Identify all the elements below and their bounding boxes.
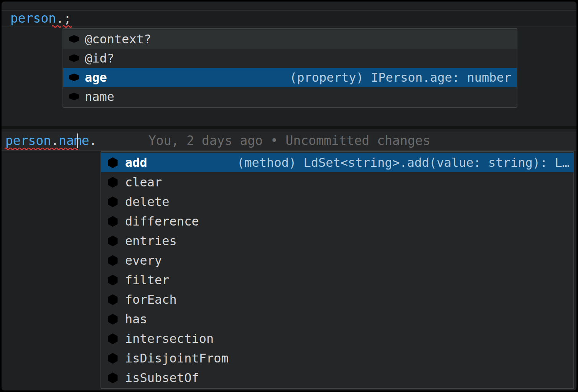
- suggest-item-label: every: [125, 253, 162, 268]
- code-token: person: [10, 11, 56, 26]
- suggest-item-difference[interactable]: difference: [101, 211, 573, 231]
- current-line-highlight-1: [2, 9, 576, 25]
- method-icon: [106, 156, 120, 170]
- code-token: .: [51, 133, 59, 148]
- suggest-item-name[interactable]: name: [63, 87, 517, 106]
- method-icon: [106, 195, 120, 209]
- current-line-border: [2, 10, 576, 11]
- suggest-item-context[interactable]: @context?: [63, 30, 517, 49]
- current-line-border: [2, 132, 576, 132]
- suggest-item-delete[interactable]: delete: [101, 192, 573, 211]
- section-divider: [2, 126, 576, 129]
- suggest-item-label: has: [125, 312, 147, 326]
- suggest-item-age-selected[interactable]: age (property) IPerson.age: number: [63, 68, 517, 87]
- suggest-item-label: add: [125, 155, 147, 170]
- suggest-item-label: intersection: [125, 331, 214, 346]
- suggest-item-foreach[interactable]: forEach: [101, 290, 573, 309]
- method-icon: [106, 312, 120, 326]
- suggest-item-detail: (method) LdSet<string>.add(value: string…: [237, 155, 570, 170]
- suggest-item-label: isDisjointFrom: [125, 351, 229, 366]
- method-icon: [106, 293, 120, 306]
- text-cursor: [77, 133, 78, 148]
- code-token: .: [89, 133, 97, 148]
- method-icon: [106, 254, 120, 267]
- field-icon: [67, 71, 81, 84]
- method-icon: [106, 234, 120, 248]
- code-token: ;: [64, 11, 71, 26]
- suggest-item-isdisjointfrom[interactable]: isDisjointFrom: [101, 348, 573, 368]
- method-icon: [106, 332, 120, 346]
- method-icon: [106, 175, 120, 189]
- current-line-border: [2, 26, 576, 26]
- code-token: person: [5, 133, 51, 148]
- code-token: name: [59, 133, 89, 148]
- suggest-item-intersection[interactable]: intersection: [101, 329, 573, 348]
- suggest-item-label: @context?: [85, 32, 151, 46]
- suggest-item-label: forEach: [125, 292, 177, 307]
- code-token: .: [56, 11, 64, 26]
- method-icon: [106, 214, 120, 228]
- suggest-item-has[interactable]: has: [101, 309, 573, 329]
- error-squiggle: [63, 25, 72, 28]
- suggest-item-label: name: [85, 89, 114, 104]
- method-icon: [106, 351, 120, 365]
- field-icon: [67, 90, 81, 104]
- suggest-item-label: isSubsetOf: [125, 371, 199, 385]
- git-blame-annotation: You, 2 days ago • Uncommitted changes: [148, 133, 430, 148]
- suggest-item-add-selected[interactable]: add (method) LdSet<string>.add(value: st…: [101, 153, 573, 172]
- method-icon: [106, 273, 120, 287]
- error-squiggle: [52, 25, 61, 28]
- suggest-item-label: entries: [125, 234, 177, 248]
- field-icon: [67, 32, 81, 46]
- suggest-widget-methods: add (method) LdSet<string>.add(value: st…: [100, 151, 574, 389]
- suggest-item-clear[interactable]: clear: [101, 172, 573, 192]
- suggest-item-id[interactable]: @id?: [63, 49, 517, 68]
- suggest-item-every[interactable]: every: [101, 250, 573, 270]
- suggest-item-filter[interactable]: filter: [101, 270, 573, 290]
- suggest-widget-properties: @context? @id? age (property) IPerson.ag…: [63, 28, 517, 108]
- suggest-item-label: clear: [125, 175, 162, 189]
- suggest-item-label: filter: [125, 273, 170, 287]
- code-line-1[interactable]: person.;: [10, 11, 71, 26]
- suggest-item-label: difference: [125, 214, 199, 229]
- suggest-item-label: @id?: [85, 51, 114, 66]
- suggest-item-label: age: [85, 70, 107, 85]
- suggest-item-entries[interactable]: entries: [101, 231, 573, 250]
- suggest-item-detail: (property) IPerson.age: number: [290, 70, 511, 85]
- method-icon: [106, 371, 120, 385]
- suggest-item-label: delete: [125, 194, 170, 209]
- suggest-item-issubsetof[interactable]: isSubsetOf: [101, 368, 573, 387]
- code-line-2[interactable]: person.name.: [5, 133, 97, 148]
- field-icon: [67, 51, 81, 65]
- vscode-editor: person.; @context? @id? age (property) I…: [2, 2, 576, 390]
- error-squiggle: [5, 147, 78, 150]
